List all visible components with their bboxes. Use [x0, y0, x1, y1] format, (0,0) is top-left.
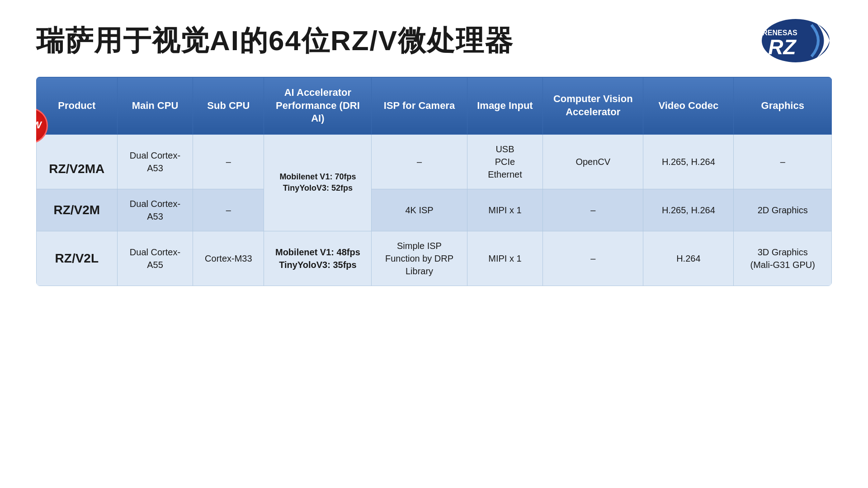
cell-image-rzv2ma: USBPCIeEthernet — [467, 134, 543, 189]
header-subcpu: Sub CPU — [193, 77, 264, 135]
page-wrapper: 瑞萨用于视觉AI的64位RZ/V微处理器 RENESAS RZ Product — [0, 0, 868, 488]
cell-video-rzv2ma: H.265, H.264 — [643, 134, 734, 189]
header-image: Image Input — [467, 77, 543, 135]
svg-text:RZ: RZ — [768, 35, 797, 59]
cell-isp-rzv2ma: – — [372, 134, 467, 189]
cell-product-rzv2m: RZ/V2M — [37, 189, 118, 231]
cell-cv-rzv2m: – — [543, 189, 643, 231]
cell-video-rzv2m: H.265, H.264 — [643, 189, 734, 231]
cell-ai-merged: Mobilenet V1: 70fpsTinyYoloV3: 52fps — [264, 134, 372, 231]
cell-isp-rzv2m: 4K ISP — [372, 189, 467, 231]
cell-maincpu-rzv2ma: Dual Cortex-A53 — [117, 134, 193, 189]
cell-isp-rzv2l: Simple ISP Function by DRP Library — [372, 231, 467, 286]
cell-image-rzv2m: MIPI x 1 — [467, 189, 543, 231]
cell-subcpu-rzv2ma: – — [193, 134, 264, 189]
renesas-logo: RENESAS RZ — [732, 18, 832, 63]
header-graphics: Graphics — [734, 77, 832, 135]
comparison-table: Product Main CPU Sub CPU AI Accelerator … — [36, 77, 832, 286]
cell-graphics-rzv2m: 2D Graphics — [734, 189, 832, 231]
cell-cv-rzv2ma: OpenCV — [543, 134, 643, 189]
table-row: RZ/V2M Dual Cortex-A53 – 4K ISP MIPI x 1… — [37, 189, 832, 231]
header-isp: ISP for Camera — [372, 77, 467, 135]
product-name-rzv2ma: RZ/V2MA — [49, 162, 104, 176]
header-ai: AI Accelerator Performance (DRI AI) — [264, 77, 372, 135]
header-cv: Computer Vision Accelerator — [543, 77, 643, 135]
cell-subcpu-rzv2m: – — [193, 189, 264, 231]
cell-graphics-rzv2ma: – — [734, 134, 832, 189]
table-header-row: Product Main CPU Sub CPU AI Accelerator … — [37, 77, 832, 135]
header-video: Video Codec — [643, 77, 734, 135]
header-maincpu: Main CPU — [117, 77, 193, 135]
cell-product-rzv2ma: NEW RZ/V2MA — [37, 134, 118, 189]
cell-graphics-rzv2l: 3D Graphics(Mali-G31 GPU) — [734, 231, 832, 286]
cell-maincpu-rzv2l: Dual Cortex-A55 — [117, 231, 193, 286]
cell-video-rzv2l: H.264 — [643, 231, 734, 286]
header-product: Product — [37, 77, 118, 135]
cell-image-rzv2l: MIPI x 1 — [467, 231, 543, 286]
cell-maincpu-rzv2m: Dual Cortex-A53 — [117, 189, 193, 231]
header: 瑞萨用于视觉AI的64位RZ/V微处理器 RENESAS RZ — [36, 18, 832, 63]
cell-ai-rzv2l: Mobilenet V1: 48fpsTinyYoloV3: 35fps — [264, 231, 372, 286]
table-row: RZ/V2L Dual Cortex-A55 Cortex-M33 Mobile… — [37, 231, 832, 286]
product-name-rzv2l: RZ/V2L — [55, 251, 99, 265]
cell-subcpu-rzv2l: Cortex-M33 — [193, 231, 264, 286]
product-name-rzv2m: RZ/V2M — [53, 203, 100, 217]
cell-product-rzv2l: RZ/V2L — [37, 231, 118, 286]
cell-cv-rzv2l: – — [543, 231, 643, 286]
page-title: 瑞萨用于视觉AI的64位RZ/V微处理器 — [36, 22, 514, 60]
table-row: NEW RZ/V2MA Dual Cortex-A53 – Mobilenet … — [37, 134, 832, 189]
